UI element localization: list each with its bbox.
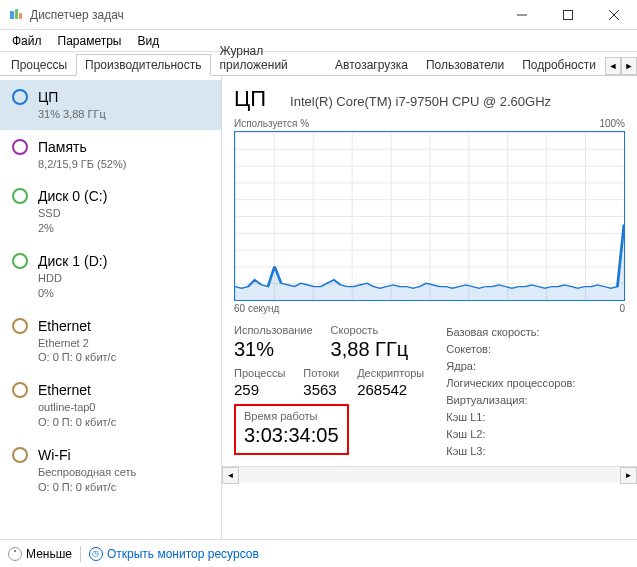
ethernet-icon [12, 318, 28, 334]
tab-details[interactable]: Подробности [513, 54, 605, 75]
l3-label: Кэш L3: [446, 443, 586, 460]
sidebar-cpu-name: ЦП [38, 88, 106, 107]
sidebar: ЦП 31% 3,88 ГГц Память 8,2/15,9 ГБ (52%)… [0, 76, 222, 539]
procs-label: Процессы [234, 367, 285, 379]
sidebar-eth0-sub1: Ethernet 2 [38, 336, 116, 351]
wifi-icon [12, 447, 28, 463]
title-bar: Диспетчер задач [0, 0, 637, 30]
scroll-left-icon[interactable]: ◄ [222, 467, 239, 484]
sidebar-item-ethernet0[interactable]: Ethernet Ethernet 2 О: 0 П: 0 кбит/с [0, 309, 221, 374]
chart-label-botright: 0 [619, 303, 625, 314]
horizontal-scrollbar[interactable]: ◄ ► [222, 466, 637, 483]
main-panel: ЦП Intel(R) Core(TM) i7-9750H CPU @ 2.60… [222, 76, 637, 539]
sockets-label: Сокетов: [446, 341, 586, 358]
svg-rect-2 [19, 13, 22, 19]
sidebar-item-cpu[interactable]: ЦП 31% 3,88 ГГц [0, 80, 221, 130]
sidebar-eth0-name: Ethernet [38, 317, 116, 336]
menu-file[interactable]: Файл [4, 32, 50, 50]
svg-rect-0 [10, 11, 14, 19]
sidebar-eth0-sub2: О: 0 П: 0 кбит/с [38, 350, 116, 365]
tab-bar: Процессы Производительность Журнал прило… [0, 52, 637, 76]
open-resmon-link[interactable]: ◷ Открыть монитор ресурсов [89, 547, 259, 561]
minimize-button[interactable] [499, 0, 545, 30]
sidebar-disk1-name: Диск 1 (D:) [38, 252, 107, 271]
cpu-icon [12, 89, 28, 105]
svg-rect-1 [15, 9, 18, 19]
cpu-model: Intel(R) Core(TM) i7-9750H CPU @ 2.60GHz [290, 94, 551, 109]
memory-icon [12, 139, 28, 155]
sidebar-mem-name: Память [38, 138, 126, 157]
page-title: ЦП [234, 86, 266, 112]
tab-performance[interactable]: Производительность [76, 54, 210, 76]
threads-value: 3563 [303, 381, 339, 398]
threads-label: Потоки [303, 367, 339, 379]
disk-icon [12, 188, 28, 204]
sidebar-cpu-sub: 31% 3,88 ГГц [38, 107, 106, 122]
handles-label: Дескрипторы [357, 367, 424, 379]
tab-users[interactable]: Пользователи [417, 54, 513, 75]
cpu-details: Базовая скорость: Сокетов: Ядра: Логичес… [446, 324, 586, 460]
sidebar-item-disk1[interactable]: Диск 1 (D:) HDD 0% [0, 244, 221, 309]
chart-label-botleft: 60 секунд [234, 303, 279, 314]
sidebar-disk1-sub2: 0% [38, 286, 107, 301]
ethernet-icon [12, 382, 28, 398]
logical-label: Логических процессоров: [446, 375, 586, 392]
uptime-value: 3:03:34:05 [244, 424, 339, 447]
tab-scroll-right[interactable]: ► [621, 57, 637, 75]
tab-startup[interactable]: Автозагрузка [326, 54, 417, 75]
sidebar-disk0-sub2: 2% [38, 221, 107, 236]
l2-label: Кэш L2: [446, 426, 586, 443]
sidebar-disk0-sub1: SSD [38, 206, 107, 221]
base-speed-label: Базовая скорость: [446, 324, 586, 341]
uptime-label: Время работы [244, 410, 339, 422]
sidebar-disk0-name: Диск 0 (C:) [38, 187, 107, 206]
app-icon [8, 7, 24, 23]
sidebar-item-ethernet1[interactable]: Ethernet outline-tap0 О: 0 П: 0 кбит/с [0, 373, 221, 438]
chart-label-topright: 100% [599, 118, 625, 129]
cores-label: Ядра: [446, 358, 586, 375]
maximize-button[interactable] [545, 0, 591, 30]
virt-label: Виртуализация: [446, 392, 586, 409]
speed-label: Скорость [331, 324, 409, 336]
sidebar-wifi-sub1: Беспроводная сеть [38, 465, 136, 480]
menu-view[interactable]: Вид [129, 32, 167, 50]
usage-label: Использование [234, 324, 313, 336]
sidebar-item-disk0[interactable]: Диск 0 (C:) SSD 2% [0, 179, 221, 244]
sidebar-wifi-sub2: О: 0 П: 0 кбит/с [38, 480, 136, 495]
sidebar-eth1-sub1: outline-tap0 [38, 400, 116, 415]
usage-value: 31% [234, 338, 313, 361]
sidebar-item-wifi[interactable]: Wi-Fi Беспроводная сеть О: 0 П: 0 кбит/с [0, 438, 221, 503]
sidebar-disk1-sub1: HDD [38, 271, 107, 286]
sidebar-eth1-sub2: О: 0 П: 0 кбит/с [38, 415, 116, 430]
less-label: Меньше [26, 547, 72, 561]
cpu-usage-chart [234, 131, 625, 301]
uptime-highlight: Время работы 3:03:34:05 [234, 404, 349, 455]
chevron-up-icon: ˄ [8, 547, 22, 561]
tab-processes[interactable]: Процессы [2, 54, 76, 75]
l1-label: Кэш L1: [446, 409, 586, 426]
tab-scroll-left[interactable]: ◄ [605, 57, 621, 75]
footer: ˄ Меньше ◷ Открыть монитор ресурсов [0, 539, 637, 567]
svg-rect-4 [564, 10, 573, 19]
sidebar-eth1-name: Ethernet [38, 381, 116, 400]
resmon-label: Открыть монитор ресурсов [107, 547, 259, 561]
disk-icon [12, 253, 28, 269]
fewer-details-button[interactable]: ˄ Меньше [8, 547, 72, 561]
window-title: Диспетчер задач [30, 8, 499, 22]
sidebar-mem-sub: 8,2/15,9 ГБ (52%) [38, 157, 126, 172]
speed-value: 3,88 ГГц [331, 338, 409, 361]
resmon-icon: ◷ [89, 547, 103, 561]
chart-label-topleft: Используется % [234, 118, 309, 129]
sidebar-wifi-name: Wi-Fi [38, 446, 136, 465]
sidebar-item-memory[interactable]: Память 8,2/15,9 ГБ (52%) [0, 130, 221, 180]
close-button[interactable] [591, 0, 637, 30]
procs-value: 259 [234, 381, 285, 398]
scroll-right-icon[interactable]: ► [620, 467, 637, 484]
tab-app-history[interactable]: Журнал приложений [211, 40, 327, 75]
menu-options[interactable]: Параметры [50, 32, 130, 50]
handles-value: 268542 [357, 381, 424, 398]
